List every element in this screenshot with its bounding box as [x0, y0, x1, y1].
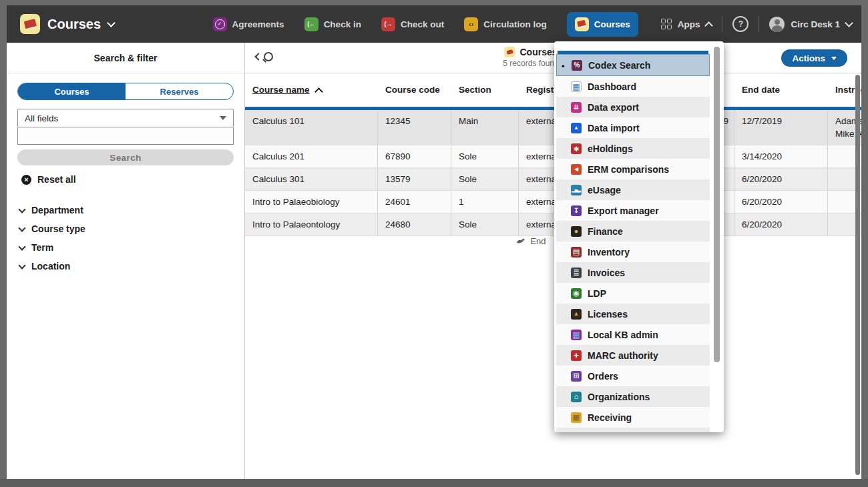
chevron-down-icon [18, 205, 25, 213]
table-body: Calculus 10112345Mainexternal912/7/2019A… [245, 110, 861, 236]
results-title-block: Courses 5 records found [503, 47, 558, 68]
cell-end_date: 6/20/2020 [734, 213, 828, 235]
apps-dropdown: %Codex Search▦Dashboard⇊Data export▲Data… [554, 41, 724, 432]
main-nav: ✓Agreements(←Check in(→Check out‹›Circul… [213, 12, 638, 37]
apps-menu-item-eholdings[interactable]: ∗eHoldings [556, 138, 710, 159]
table-row[interactable]: Intro to Palaeobiology246011external6/20… [245, 191, 861, 213]
filter-department[interactable]: Department [19, 205, 234, 215]
chevron-left-icon [254, 53, 262, 60]
column-header-end_date[interactable]: End date [734, 73, 828, 107]
nav-circulation-log[interactable]: ‹›Circulation log [464, 17, 547, 31]
nav-agreements[interactable]: ✓Agreements [213, 17, 284, 31]
apps-menu-item-marc-authority[interactable]: +MARC authority [556, 345, 710, 366]
apps-menu-toggle[interactable]: Apps [661, 19, 712, 29]
apps-menu-item-codex-search[interactable]: %Codex Search [556, 54, 710, 76]
results-title: Courses [519, 47, 557, 57]
avatar [769, 17, 785, 32]
table-row[interactable]: Calculus 30113579Soleexternal6/20/2020 [245, 168, 861, 191]
reset-all-label: Reset all [37, 174, 76, 185]
cell-end_date: 6/20/2020 [734, 191, 828, 213]
cell-section: Sole [451, 213, 519, 235]
search-input[interactable] [17, 127, 234, 145]
local-kb-admin-icon: ▦ [571, 330, 582, 340]
search-button[interactable]: Search [17, 149, 234, 165]
username: Circ Desk 1 [791, 19, 840, 29]
help-button[interactable]: ? [732, 16, 748, 32]
chevron-down-icon [107, 19, 116, 27]
apps-menu-item-eusage[interactable]: ▂▅▃eUsage [556, 179, 710, 200]
search-filter-title: Search & filter [7, 43, 244, 73]
apps-menu-item-dashboard[interactable]: ▦Dashboard [556, 76, 710, 97]
invoices-icon: ≣ [571, 268, 582, 278]
cell-course_name: Intro to Palaeobiology [245, 191, 378, 213]
field-select-value: All fields [25, 113, 58, 123]
nav-label: Courses [594, 19, 630, 29]
dove-icon [515, 237, 525, 245]
table-row[interactable]: Calculus 20167890Soleexternal3/14/2020 [245, 145, 861, 168]
collapse-search-button[interactable] [256, 52, 273, 61]
column-header-section[interactable]: Section [451, 73, 519, 107]
chevron-down-icon [845, 19, 853, 27]
nav-check-out[interactable]: (→Check out [381, 17, 444, 31]
filter-course-type[interactable]: Course type [19, 223, 234, 234]
apps-menu-item-receiving[interactable]: ▦Receiving [556, 407, 710, 428]
search-type-tabs: CoursesReserves [17, 83, 234, 100]
nav-label: Agreements [232, 19, 284, 29]
filter-accordions: DepartmentCourse typeTermLocation [17, 205, 234, 272]
receiving-icon: ▦ [571, 412, 582, 423]
user-menu[interactable]: Circ Desk 1 [769, 17, 852, 32]
records-found: 5 records found [503, 59, 558, 68]
column-header-course_code[interactable]: Course code [378, 73, 451, 107]
circulation-log-icon: ‹› [464, 17, 478, 31]
licenses-icon: ▲ [571, 309, 582, 320]
export-manager-icon: ↧ [571, 205, 582, 216]
eusage-icon: ▂▅▃ [571, 185, 582, 195]
dropdown-scrollbar[interactable] [714, 47, 720, 362]
apps-menu-item-ldp[interactable]: ◉LDP [556, 283, 710, 304]
erm-comparisons-icon: ◀ [571, 164, 582, 175]
vertical-scrollbar[interactable] [855, 75, 860, 475]
apps-menu-item-invoices[interactable]: ≣Invoices [556, 262, 710, 283]
help-icon: ? [732, 16, 748, 32]
apps-menu-item-orders[interactable]: ⊞Orders [556, 366, 710, 386]
filter-location[interactable]: Location [19, 261, 234, 272]
apps-menu-item-inventory[interactable]: ▤Inventory [556, 241, 710, 262]
tab-courses[interactable]: Courses [18, 83, 126, 99]
table-row[interactable]: Calculus 10112345Mainexternal912/7/2019A… [245, 110, 861, 145]
end-of-list: End [515, 236, 546, 246]
filter-term[interactable]: Term [19, 242, 234, 253]
nav-label: Circulation log [483, 19, 547, 29]
agreements-icon: ✓ [213, 17, 227, 31]
apps-menu-item-local-kb-admin[interactable]: ▦Local KB admin [556, 324, 710, 345]
apps-menu-item-export-manager[interactable]: ↧Export manager [556, 200, 710, 221]
apps-menu-item-erm-comparisons[interactable]: ◀ERM comparisons [556, 159, 710, 179]
column-header-course_name[interactable]: Course name [245, 73, 378, 107]
cell-end_date: 12/7/2019 [734, 110, 828, 145]
check-out-icon: (→ [381, 17, 395, 31]
apps-menu-item-data-import[interactable]: ▲Data import [556, 117, 710, 138]
partial-menu-item [556, 428, 710, 432]
cell-course_code: 67890 [378, 145, 451, 167]
topbar: Courses ✓Agreements(←Check in(→Check out… [7, 5, 861, 43]
tab-reserves[interactable]: Reserves [126, 83, 233, 99]
field-select[interactable]: All fields [17, 109, 234, 127]
codex-search-icon: % [572, 60, 582, 71]
current-app-menu[interactable]: Courses [20, 14, 114, 34]
nav-check-in[interactable]: (←Check in [304, 17, 361, 31]
dashboard-icon: ▦ [571, 81, 582, 92]
reset-all-button[interactable]: × Reset all [17, 174, 234, 185]
inventory-icon: ▤ [571, 247, 582, 258]
cell-section: Main [451, 110, 519, 145]
cell-section: Sole [451, 145, 519, 167]
nav-courses[interactable]: Courses [567, 12, 638, 37]
actions-button[interactable]: Actions [781, 49, 847, 67]
cell-course_code: 12345 [378, 110, 451, 145]
search-icon [264, 52, 273, 61]
apps-menu-item-licenses[interactable]: ▲Licenses [556, 304, 710, 324]
apps-menu-item-finance[interactable]: ●Finance [556, 221, 710, 241]
table-row[interactable]: Intro to Palaeontology24680Soleexternal6… [245, 213, 861, 236]
cell-course_name: Calculus 101 [245, 110, 378, 145]
apps-menu-item-data-export[interactable]: ⇊Data export [556, 97, 710, 117]
apps-grid-icon [661, 19, 672, 29]
apps-menu-item-organizations[interactable]: ⌂Organizations [556, 386, 710, 407]
